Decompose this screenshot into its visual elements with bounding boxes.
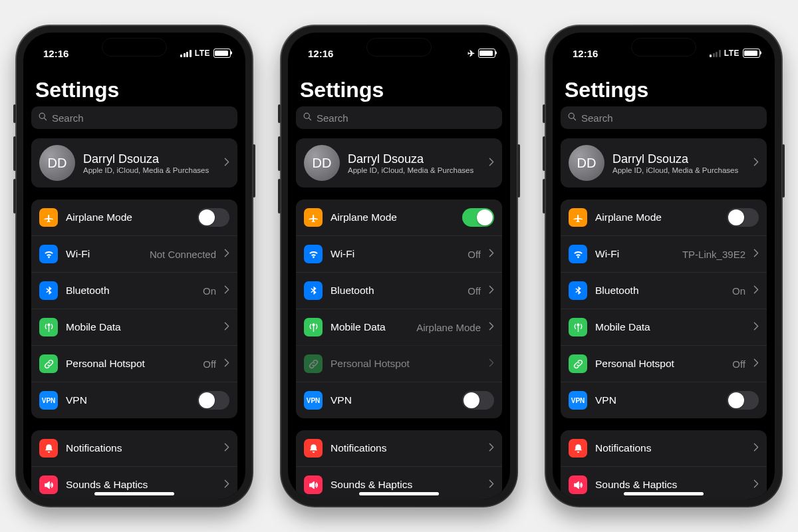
airplane-mode-row[interactable]: Airplane Mode <box>296 200 502 235</box>
bluetooth-value: Off <box>467 285 481 297</box>
connectivity-group: Airplane Mode Wi-Fi TP-Link_39E2 Bluetoo… <box>561 200 767 418</box>
connectivity-group: Airplane Mode Wi-Fi Not Connected Blueto… <box>31 200 237 418</box>
antenna-icon <box>304 318 323 336</box>
chevron-right-icon <box>753 321 759 333</box>
personal-hotspot-row[interactable]: Personal Hotspot Off <box>561 345 767 382</box>
link-icon <box>39 354 58 373</box>
chevron-right-icon <box>753 248 759 260</box>
bluetooth-icon <box>304 281 323 300</box>
search-icon <box>38 112 48 124</box>
chevron-right-icon <box>489 285 494 297</box>
profile-row[interactable]: DD Darryl Dsouza Apple ID, iCloud, Media… <box>296 138 502 188</box>
search-placeholder: Search <box>317 112 348 124</box>
cellular-signal-icon <box>710 50 721 57</box>
vpn-row[interactable]: VPN VPN <box>561 382 767 418</box>
search-icon <box>303 112 313 124</box>
wifi-row[interactable]: Wi-Fi TP-Link_39E2 <box>561 235 767 272</box>
mobile-data-row[interactable]: Mobile Data Airplane Mode <box>296 309 502 345</box>
search-input[interactable]: Search <box>296 106 502 129</box>
avatar: DD <box>569 145 604 181</box>
vpn-row[interactable]: VPN VPN <box>296 382 502 418</box>
profile-subtitle: Apple ID, iCloud, Media & Purchases <box>348 166 481 174</box>
chevron-right-icon <box>224 157 229 169</box>
wifi-value: Off <box>467 249 481 260</box>
chevron-right-icon <box>489 479 494 491</box>
search-placeholder: Search <box>581 112 613 124</box>
wifi-row[interactable]: Wi-Fi Off <box>296 235 502 272</box>
clock: 12:16 <box>308 48 333 59</box>
carrier-label: LTE <box>195 49 210 58</box>
chevron-right-icon <box>489 157 494 169</box>
airplane-mode-row[interactable]: Airplane Mode <box>561 200 767 235</box>
screen: 12:16 LTE Settings Search DD Darryl Dsou… <box>553 33 775 499</box>
bluetooth-row[interactable]: Bluetooth On <box>561 272 767 309</box>
vpn-switch[interactable] <box>727 391 759 410</box>
profile-row[interactable]: DD Darryl Dsouza Apple ID, iCloud, Media… <box>561 138 767 188</box>
profile-row[interactable]: DD Darryl Dsouza Apple ID, iCloud, Media… <box>31 138 237 188</box>
chevron-right-icon <box>224 442 229 454</box>
battery-icon <box>743 49 760 58</box>
wifi-value: TP-Link_39E2 <box>682 249 745 260</box>
wifi-value: Not Connected <box>150 249 216 260</box>
vpn-switch[interactable] <box>462 391 494 410</box>
bluetooth-row[interactable]: Bluetooth On <box>31 272 237 309</box>
alerts-group: Notifications Sounds & Haptics Focus <box>561 430 767 499</box>
airplane-mode-row[interactable]: Airplane Mode <box>31 200 237 235</box>
bell-icon <box>304 439 323 458</box>
notifications-row[interactable]: Notifications <box>296 430 502 466</box>
page-title: Settings <box>296 66 502 106</box>
airplane-icon <box>569 208 587 227</box>
wifi-row[interactable]: Wi-Fi Not Connected <box>31 235 237 272</box>
chevron-right-icon <box>489 321 494 333</box>
vpn-row[interactable]: VPN VPN <box>31 382 237 418</box>
notifications-row[interactable]: Notifications <box>31 430 237 466</box>
bluetooth-row[interactable]: Bluetooth Off <box>296 272 502 309</box>
page-title: Settings <box>31 66 237 106</box>
bluetooth-value: On <box>732 285 745 297</box>
alerts-group: Notifications Sounds & Haptics Focus <box>296 430 502 499</box>
chevron-right-icon <box>489 442 494 454</box>
profile-name: Darryl Dsouza <box>83 152 216 166</box>
speaker-icon <box>39 475 58 494</box>
airplane-mode-switch[interactable] <box>727 208 759 227</box>
home-indicator[interactable] <box>359 492 439 495</box>
bluetooth-icon <box>569 281 587 300</box>
chevron-right-icon <box>224 479 229 491</box>
chevron-right-icon <box>753 157 759 169</box>
profile-name: Darryl Dsouza <box>612 152 745 166</box>
chevron-right-icon <box>224 358 229 370</box>
mobile-data-row[interactable]: Mobile Data <box>561 309 767 345</box>
screen: 12:16 LTE Settings Search DD Darryl Dsou… <box>23 33 245 499</box>
mobile-data-value: Airplane Mode <box>416 322 481 333</box>
iphone-frame-3: 12:16 LTE Settings Search DD Darryl Dsou… <box>545 25 783 507</box>
avatar: DD <box>304 145 340 181</box>
chevron-right-icon <box>753 358 759 370</box>
search-icon <box>567 112 577 124</box>
mobile-data-row[interactable]: Mobile Data <box>31 309 237 345</box>
bell-icon <box>39 439 58 458</box>
notifications-row[interactable]: Notifications <box>561 430 767 466</box>
airplane-mode-switch[interactable] <box>198 208 229 227</box>
bluetooth-value: On <box>203 285 216 297</box>
home-indicator[interactable] <box>624 492 704 495</box>
wifi-icon <box>304 245 323 263</box>
personal-hotspot-row[interactable]: Personal Hotspot Off <box>31 345 237 382</box>
iphone-frame-1: 12:16 LTE Settings Search DD Darryl Dsou… <box>15 25 253 507</box>
search-input[interactable]: Search <box>31 106 237 129</box>
chevron-right-icon <box>224 321 229 333</box>
iphone-frame-2: 12:16 ✈ Settings Search DD Darryl Dsouza <box>280 25 518 507</box>
dynamic-island <box>366 38 432 57</box>
dynamic-island <box>102 38 167 57</box>
vpn-switch[interactable] <box>198 391 229 410</box>
home-indicator[interactable] <box>94 492 174 495</box>
page-title: Settings <box>561 66 767 106</box>
chevron-right-icon <box>224 248 229 260</box>
clock: 12:16 <box>43 48 68 59</box>
search-placeholder: Search <box>52 112 84 124</box>
search-input[interactable]: Search <box>561 106 767 129</box>
airplane-mode-switch[interactable] <box>462 208 494 227</box>
antenna-icon <box>39 318 58 336</box>
antenna-icon <box>569 318 587 336</box>
avatar: DD <box>39 145 75 181</box>
speaker-icon <box>304 475 323 494</box>
